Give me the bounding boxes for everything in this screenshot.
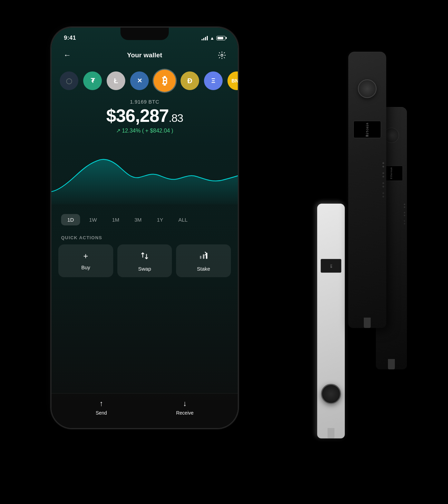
svg-rect-1 <box>200 256 201 259</box>
ledger-nano-x-screen: Bitcoin <box>353 121 381 138</box>
swap-label: Swap <box>138 266 151 272</box>
time-selector: 1D 1W 1M 3M 1Y ALL <box>51 210 238 232</box>
status-time: 9:41 <box>64 35 76 41</box>
time-btn-1w[interactable]: 1W <box>83 214 103 225</box>
ledger-nano-x2-usb <box>388 359 395 369</box>
usd-price: $36,287.83 <box>61 107 228 125</box>
receive-icon: ↓ <box>183 399 187 408</box>
actions-row: + Buy Swap <box>51 244 238 285</box>
time-btn-all[interactable]: ALL <box>172 214 194 225</box>
coin-unknown[interactable]: ◯ <box>60 71 78 90</box>
svg-rect-2 <box>203 254 204 259</box>
ledger-nano-x2-screen-text: Ethereum <box>390 167 393 179</box>
price-area: 1.9169 BTC $36,287.83 ↗ 12.34% ( + $842.… <box>51 97 238 141</box>
wifi-icon: ▲ <box>210 36 214 41</box>
send-label: Send <box>96 410 107 416</box>
buy-icon: + <box>83 251 88 261</box>
price-chart <box>51 141 238 204</box>
ledger-nano-x-usb <box>364 318 371 328</box>
usd-cents: .83 <box>169 112 183 124</box>
buy-label: Buy <box>81 264 90 270</box>
coin-usdt[interactable]: ₮ <box>83 71 102 90</box>
btc-amount: 1.9169 BTC <box>61 99 228 105</box>
arrow-up-icon: ↗ <box>116 127 120 134</box>
change-usd-value: + $842.04 <box>145 128 170 134</box>
status-icons: ▲ <box>202 36 225 41</box>
coin-bnb[interactable]: BNB <box>227 71 238 90</box>
ledger-top-button <box>358 79 377 98</box>
signal-icon <box>202 36 208 40</box>
chart-area <box>51 141 238 210</box>
coin-scroll: ◯ ₮ Ł ✕ ₿ Ð Ξ <box>51 67 238 97</box>
phone: 9:41 ▲ ← Your wallet <box>51 28 238 428</box>
coin-btc-selected[interactable]: ₿ <box>154 70 176 92</box>
swap-button[interactable]: Swap <box>117 244 172 277</box>
time-btn-1d[interactable]: 1D <box>61 214 80 225</box>
coin-xrp[interactable]: ✕ <box>130 71 149 90</box>
buy-button[interactable]: + Buy <box>58 244 113 277</box>
usd-whole: $36,287 <box>106 106 169 126</box>
settings-button[interactable] <box>216 49 228 61</box>
send-icon: ↑ <box>99 399 103 408</box>
ledger-nano-s-screen-text: BTC <box>330 264 332 268</box>
coin-ltc[interactable]: Ł <box>107 71 125 90</box>
scene: 9:41 ▲ ← Your wallet <box>34 10 414 494</box>
phone-screen: 9:41 ▲ ← Your wallet <box>51 28 238 428</box>
change-usd: ( <box>142 128 144 134</box>
ledger-nano-x: Bitcoin <box>348 52 386 328</box>
swap-icon <box>140 251 149 262</box>
stake-icon <box>199 251 208 262</box>
battery-icon <box>216 36 225 40</box>
notch <box>120 28 169 40</box>
ledger-nano-s-usb <box>328 428 334 438</box>
change-percent: 12.34% <box>122 128 140 134</box>
app-header: ← Your wallet <box>51 46 238 67</box>
stake-label: Stake <box>197 266 210 272</box>
page-title: Your wallet <box>127 51 162 59</box>
price-change: ↗ 12.34% ( + $842.04 ) <box>61 127 228 134</box>
bottom-bar: ↑ Send ↓ Receive <box>51 393 238 428</box>
send-button[interactable]: ↑ Send <box>96 399 107 416</box>
quick-actions-label: QUICK ACTIONS <box>51 232 238 244</box>
receive-label: Receive <box>176 410 194 416</box>
coin-doge[interactable]: Ð <box>181 71 199 90</box>
ledger-nano-s-button <box>321 384 341 404</box>
gear-icon <box>218 51 226 59</box>
ledger-nano-s: BTC <box>317 204 345 438</box>
time-btn-3m[interactable]: 3M <box>128 214 148 225</box>
back-button[interactable]: ← <box>61 49 74 61</box>
receive-button[interactable]: ↓ Receive <box>176 399 194 416</box>
ledger-nano-x-screen-text: Bitcoin <box>366 123 369 137</box>
ledger-nano-s-screen: BTC <box>321 259 341 273</box>
time-btn-1y[interactable]: 1Y <box>150 214 169 225</box>
time-btn-1m[interactable]: 1M <box>106 214 126 225</box>
svg-point-0 <box>221 54 223 56</box>
stake-button[interactable]: Stake <box>176 244 231 277</box>
coin-eth[interactable]: Ξ <box>204 71 223 90</box>
